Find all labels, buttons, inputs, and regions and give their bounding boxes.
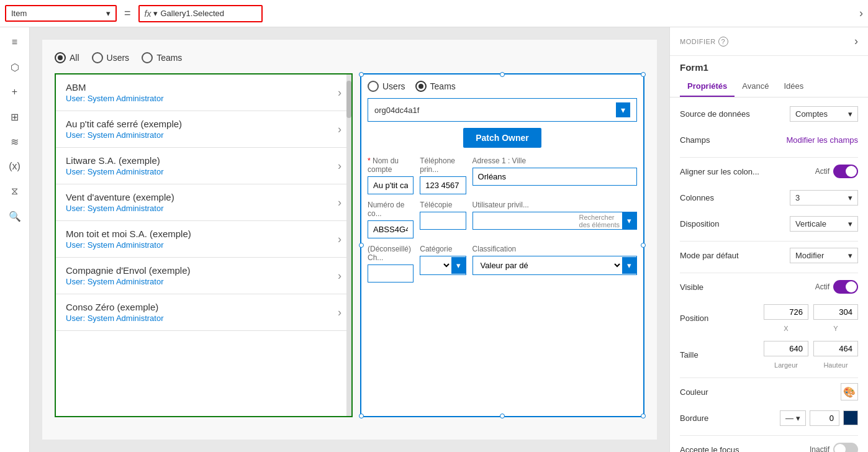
layers-icon[interactable]: ⬡ <box>5 57 25 77</box>
gallery-item-montoit[interactable]: Mon toit et moi S.A. (exemple) User: Sys… <box>56 221 351 258</box>
prop-bordure: Bordure — ▾ <box>680 409 858 427</box>
form-radio-users-circle[interactable] <box>368 81 379 92</box>
tab-avance[interactable]: Avancé <box>735 76 776 97</box>
taille-h-input[interactable] <box>813 341 858 356</box>
utilisateur-input[interactable] <box>473 213 577 229</box>
gallery-item-compagnie[interactable]: Compagnie d'Envol (exemple) User: System… <box>56 258 351 294</box>
radio-users-label: Users <box>107 53 130 63</box>
chevron-down-icon: ▾ <box>106 9 111 18</box>
categorie-select[interactable] <box>420 256 451 274</box>
visible-toggle[interactable] <box>833 280 858 294</box>
variables-icon[interactable]: ≋ <box>5 132 25 151</box>
add-icon[interactable]: + <box>5 82 25 102</box>
gallery-item-vent[interactable]: Vent d'aventure (exemple) User: System A… <box>56 184 351 221</box>
field-label-adresse: Adresse 1 : Ville <box>472 156 637 165</box>
gallery-scrollbar[interactable] <box>346 75 351 416</box>
position-y-input[interactable] <box>813 304 858 320</box>
border-line-dropdown[interactable]: — ▾ <box>780 410 806 426</box>
prop-position-right: X Y <box>764 304 858 332</box>
input-numero[interactable] <box>368 220 414 238</box>
modifier-les-champs-link[interactable]: Modifier les champs <box>786 135 858 145</box>
field-adresse: Adresse 1 : Ville <box>472 156 637 194</box>
right-panel-header: MODIFIER ? › <box>670 27 868 56</box>
form-radio-teams-circle[interactable] <box>415 81 427 92</box>
property-dropdown[interactable]: Item ▾ <box>5 5 117 22</box>
gallery-panel: ABM User: System Administrator › Au p'ti… <box>55 73 353 417</box>
input-deconseille[interactable] <box>368 264 414 282</box>
handle-bl[interactable] <box>359 414 364 418</box>
data-icon[interactable]: ⊞ <box>5 107 25 127</box>
aligner-actif-label: Actif <box>815 167 830 176</box>
border-line-icon: — <box>785 414 793 423</box>
prop-taille-label: Taille <box>680 350 698 359</box>
position-x-input[interactable] <box>764 304 808 320</box>
patch-owner-button[interactable]: Patch Owner <box>463 128 541 148</box>
utilisateur-dropdown-field[interactable]: Rechercherdes éléments ▾ <box>472 212 637 230</box>
org-dropdown[interactable]: org04dc4a1f ▾ <box>368 98 637 122</box>
variables-icon2[interactable]: (x) <box>5 156 25 176</box>
radio-all-circle[interactable] <box>55 52 66 63</box>
radio-users[interactable]: Users <box>92 52 130 63</box>
handle-tl[interactable] <box>359 72 364 77</box>
classification-dropdown-btn[interactable]: ▾ <box>622 257 636 274</box>
input-adresse[interactable] <box>472 168 637 186</box>
prop-visible-label: Visible <box>680 282 703 292</box>
field-numero: Numéro de co... <box>368 201 414 238</box>
handle-br[interactable] <box>641 414 646 418</box>
handle-mr[interactable] <box>641 243 646 248</box>
handle-ml[interactable] <box>359 243 364 248</box>
form-radio-users[interactable]: Users <box>368 81 405 92</box>
radio-all[interactable]: All <box>55 52 79 63</box>
hauteur-label: Hauteur <box>813 361 858 369</box>
gallery-item-name: Vent d'aventure (exemple) <box>66 192 174 202</box>
accepte-toggle[interactable] <box>833 443 858 452</box>
prop-disposition-value: Verticale <box>795 219 826 228</box>
input-telephone[interactable] <box>420 176 466 194</box>
categorie-dropdown-btn[interactable]: ▾ <box>451 257 466 274</box>
form-radio-teams[interactable]: Teams <box>415 81 456 92</box>
input-nom-compte[interactable] <box>368 176 414 194</box>
tab-idees[interactable]: Idées <box>776 76 811 97</box>
classification-select[interactable]: Valeur par dé <box>473 256 622 274</box>
chevron-down-icon: ▾ <box>796 414 800 423</box>
prop-disposition-dropdown[interactable]: Verticale ▾ <box>790 216 858 232</box>
filter-icon[interactable]: ⧖ <box>5 181 25 201</box>
prop-mode-dropdown[interactable]: Modifier ▾ <box>790 248 858 263</box>
bordure-value-input[interactable] <box>810 410 839 426</box>
radio-users-circle[interactable] <box>92 52 103 63</box>
chevron-down-icon: ▾ <box>848 251 852 260</box>
form-radio-teams-label: Teams <box>430 81 456 91</box>
couleur-picker-button[interactable]: 🎨 <box>841 383 858 400</box>
radio-teams-circle[interactable] <box>142 52 153 63</box>
categorie-dropdown[interactable]: ▾ <box>420 256 466 275</box>
aligner-toggle[interactable] <box>833 165 858 178</box>
formula-bar[interactable]: fx ▾ Gallery1.Selected <box>138 5 263 22</box>
gallery-chevron-icon: › <box>338 269 341 282</box>
prop-champs: Champs Modifier les champs <box>680 131 858 148</box>
gallery-item-conso[interactable]: Conso Zéro (exemple) User: System Admini… <box>56 294 351 331</box>
hamburger-icon[interactable]: ≡ <box>5 32 25 52</box>
bordure-color-swatch[interactable] <box>843 410 858 425</box>
handle-bm[interactable] <box>500 414 505 418</box>
largeur-label: Largeur <box>764 361 808 369</box>
gallery-item-name: Litware S.A. (exemple) <box>66 155 164 166</box>
field-label-utilisateur: Utilisateur privil... <box>472 201 637 209</box>
tab-proprietes[interactable]: Propriétés <box>680 76 735 97</box>
utilisateur-dropdown-btn[interactable]: ▾ <box>622 212 636 229</box>
panel-chevron-icon[interactable]: › <box>854 35 858 48</box>
handle-tm[interactable] <box>500 72 505 77</box>
help-icon[interactable]: ? <box>718 37 728 47</box>
prop-source-dropdown[interactable]: Comptes ▾ <box>790 106 858 122</box>
org-dropdown-button[interactable]: ▾ <box>616 102 630 117</box>
input-telecopie[interactable] <box>420 212 466 230</box>
taille-w-input[interactable] <box>764 341 808 356</box>
radio-teams[interactable]: Teams <box>142 52 182 63</box>
search-icon[interactable]: 🔍 <box>5 206 25 226</box>
expand-button[interactable]: › <box>859 7 863 20</box>
prop-colonnes-dropdown[interactable]: 3 ▾ <box>790 190 858 206</box>
gallery-item-cafe[interactable]: Au p'tit café serré (exemple) User: Syst… <box>56 111 351 148</box>
gallery-item-litware[interactable]: Litware S.A. (exemple) User: System Admi… <box>56 148 351 184</box>
classification-dropdown[interactable]: Valeur par dé ▾ <box>472 256 637 275</box>
gallery-item-abm[interactable]: ABM User: System Administrator › <box>56 75 351 111</box>
handle-tr[interactable] <box>641 72 646 77</box>
